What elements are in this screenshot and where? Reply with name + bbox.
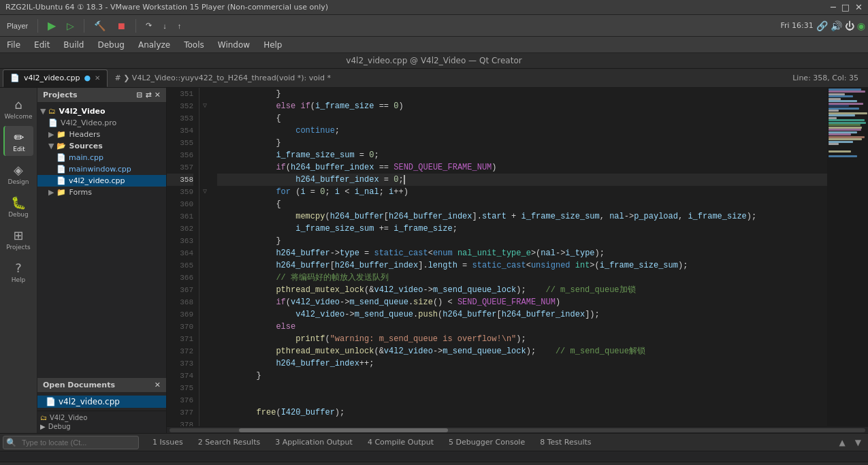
breadcrumb-text: # ❯ V4L2_Video::yuyv422_to_H264_thread(v… (114, 74, 331, 82)
code-line-375 (217, 382, 827, 394)
linenum-378: 378 (167, 419, 193, 426)
appoutput-label: Application Output (283, 438, 353, 447)
tree-v4l2-cpp-label: v4l2_video.cpp (69, 176, 125, 185)
menu-debug[interactable]: Debug (91, 37, 131, 52)
code-line-372: pthread_mutex_unlock(&v4l2_video->m_send… (217, 345, 827, 357)
menu-edit[interactable]: Edit (27, 37, 57, 52)
sidebar-item-design[interactable]: ◈ Design (3, 159, 33, 189)
tree-arrow: ▶ (48, 188, 54, 197)
linenum-367: 367 (167, 284, 193, 296)
open-doc-v4l2[interactable]: 📄 v4l2_video.cpp (37, 396, 166, 408)
lineinfo-text: Line: 358, Col: 35 (792, 74, 858, 82)
linenum-355: 355 (167, 137, 193, 149)
player-menu[interactable]: Player (3, 20, 32, 31)
power-icon: ⏻ (845, 20, 854, 31)
appoutput-num: 3 (275, 438, 280, 447)
open-docs-header: Open Documents ✕ (37, 377, 166, 393)
code-line-360: { (217, 198, 827, 210)
testresults-label: Test Results (547, 438, 592, 447)
tree-headers-folder[interactable]: ▶ 📁 Headers (37, 129, 166, 140)
tab-v4l2-video[interactable]: 📄 v4l2_video.cpp ● ✕ (3, 69, 108, 87)
locate-input[interactable] (19, 438, 121, 447)
step-into[interactable]: ↓ (159, 20, 171, 31)
bottom-tab-debugger[interactable]: 5 Debugger Console (442, 436, 532, 448)
code-lines[interactable]: } else if(i_frame_size == 0) { continue;… (210, 88, 827, 426)
debugger-label: Debugger Console (456, 438, 526, 447)
edit-icon: ✏ (14, 130, 24, 144)
close-docs-icon[interactable]: ✕ (155, 381, 161, 389)
design-icon: ◈ (14, 163, 23, 177)
bottom-tab-testresults[interactable]: 8 Test Results (533, 436, 598, 448)
tree-forms-folder[interactable]: ▶ 📁 Forms (37, 187, 166, 198)
open-docs-title: Open Documents (43, 381, 115, 389)
step-out[interactable]: ↑ (174, 20, 186, 31)
menu-build[interactable]: Build (57, 37, 91, 52)
menu-file[interactable]: File (0, 37, 27, 52)
toolbar-sep-3 (135, 19, 136, 33)
bottom-tab-appoutput[interactable]: 3 Application Output (268, 436, 359, 448)
welcome-icon: ⌂ (14, 97, 22, 112)
tree-pro-file[interactable]: 📄 V4l2_Video.pro (37, 117, 166, 129)
sidebar-item-help[interactable]: ? Help (3, 257, 33, 287)
minimize-icon[interactable]: ─ (831, 2, 836, 12)
search-num: 2 (198, 438, 203, 447)
run-button[interactable]: ▶ (44, 18, 60, 33)
toolbar-sep-2 (84, 19, 84, 33)
code-editor[interactable]: 351 352 353 354 355 356 357 358 359 360 … (167, 88, 868, 433)
code-line-365: h264_buffer[h264_buffer_index].length = … (217, 259, 827, 272)
code-line-364: h264_buffer->type = static_cast<enum nal… (217, 247, 827, 259)
stop-button[interactable]: ⏹ (112, 19, 130, 33)
tree-sources-folder[interactable]: ▼ 📂 Sources (37, 140, 166, 152)
sound-icon: 🔊 (831, 20, 842, 31)
close-panel-icon[interactable]: ✕ (155, 91, 161, 99)
tab-close-btn[interactable]: ✕ (95, 74, 100, 82)
titlebar: RZG2IL-Ubuntu 64 ① 18.3 - VMware Worksta… (0, 0, 868, 15)
linenum-354: 354 (167, 125, 193, 137)
tree-v4l2-video-cpp[interactable]: 📄 v4l2_video.cpp (37, 175, 166, 187)
bottom-tab-search[interactable]: 2 Search Results (191, 436, 268, 448)
debug-button[interactable]: ▷ (63, 19, 78, 33)
sync-icon[interactable]: ⇄ (146, 91, 152, 99)
code-line-352: else if(i_frame_size == 0) (217, 100, 827, 112)
debug-icon: 🐛 (11, 195, 26, 210)
menu-tools[interactable]: Tools (177, 37, 211, 52)
tree-project-root[interactable]: ▼ 🗂 V4l2_Video (37, 106, 166, 117)
line-numbers: 351 352 353 354 355 356 357 358 359 360 … (167, 88, 199, 426)
bottom-panel-up[interactable]: ▲ (835, 438, 850, 447)
code-content[interactable]: 351 352 353 354 355 356 357 358 359 360 … (167, 88, 868, 426)
project-header-icons[interactable]: ⊟ ⇄ ✕ (136, 91, 161, 99)
titlebar-controls[interactable]: ─ □ ✕ (831, 2, 863, 12)
bottom-panel-down[interactable]: ▼ (851, 438, 865, 447)
step-over[interactable]: ↷ (142, 20, 156, 31)
filter-icon[interactable]: ⊟ (136, 91, 142, 99)
menu-window[interactable]: Window (211, 37, 257, 52)
code-line-356: i_frame_size_sum = 0; (217, 149, 827, 161)
bottom-tab-issues[interactable]: 1 Issues (146, 436, 190, 448)
horizontal-scrollbar[interactable] (167, 426, 868, 433)
build-button[interactable]: 🔨 (90, 19, 110, 33)
maximize-icon[interactable]: □ (841, 2, 850, 12)
sources-folder-icon: 📂 (57, 142, 66, 150)
close-icon[interactable]: ✕ (855, 2, 863, 12)
clock-display: Fri 16:31 (780, 21, 813, 30)
tree-main-cpp[interactable]: 📄 main.cpp (37, 152, 166, 163)
v4l2-cpp-icon: 📄 (57, 176, 66, 185)
sidebar-item-projects[interactable]: ⊞ Projects (3, 224, 33, 254)
sidebar-item-welcome[interactable]: ⌂ Welcome (3, 93, 33, 123)
menu-analyze[interactable]: Analyze (131, 37, 177, 52)
compile-label: Compile Output (374, 438, 434, 447)
locate-bar[interactable]: 🔍 (3, 436, 139, 449)
linenum-369: 369 (167, 308, 193, 321)
code-line-369: v4l2_video->m_send_queue.push(h264_buffe… (217, 308, 827, 321)
linenum-357: 357 (167, 161, 193, 174)
tree-mainwindow-cpp[interactable]: 📄 mainwindow.cpp (37, 163, 166, 175)
code-line-374: } (217, 370, 827, 382)
sidebar-item-debug[interactable]: 🐛 Debug (3, 191, 33, 221)
bottom-tab-compile[interactable]: 4 Compile Output (361, 436, 440, 448)
sidebar-item-edit[interactable]: ✏ Edit (3, 126, 33, 156)
open-docs-icons[interactable]: ✕ (155, 381, 161, 389)
linenum-360: 360 (167, 198, 193, 210)
menu-help[interactable]: Help (257, 37, 289, 52)
toolbar-sep-1 (37, 19, 38, 33)
tabbar: 📄 v4l2_video.cpp ● ✕ # ❯ V4L2_Video::yuy… (0, 69, 868, 88)
